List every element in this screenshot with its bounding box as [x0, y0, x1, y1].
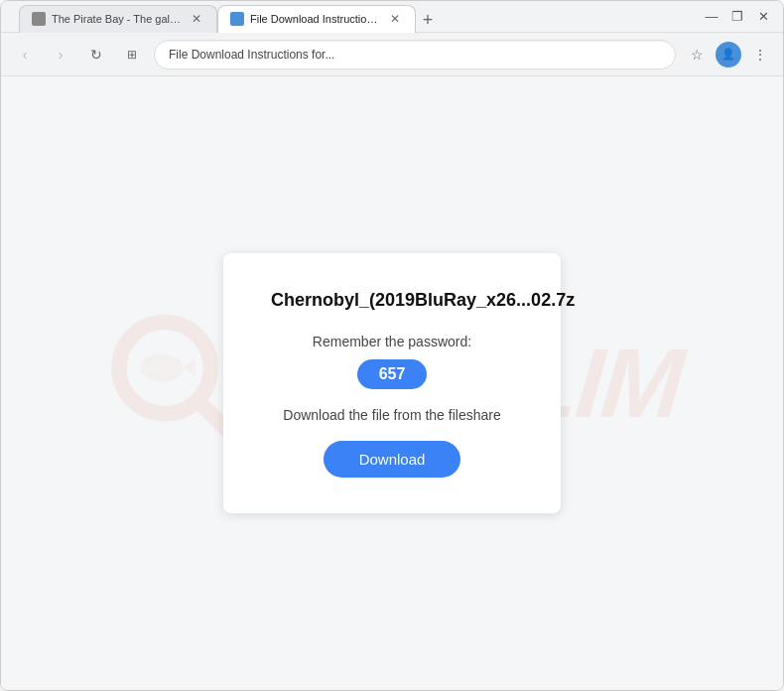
profile-icon[interactable]: 👤 — [716, 42, 741, 68]
menu-icon[interactable]: ⋮ — [747, 42, 773, 68]
tab-piratebay[interactable]: The Pirate Bay - The galaxy's m... ✕ — [19, 5, 217, 33]
bookmark-icon[interactable]: ☆ — [684, 42, 710, 68]
close-button[interactable]: ✕ — [751, 5, 775, 29]
download-card: Chernobyl_(2019BluRay_x26...02.7z Rememb… — [223, 253, 561, 513]
svg-marker-3 — [183, 358, 195, 376]
back-button[interactable]: ‹ — [11, 41, 39, 69]
browser-frame: The Pirate Bay - The galaxy's m... ✕ Fil… — [0, 0, 784, 691]
tab-favicon-2 — [230, 12, 244, 26]
tab-close-2[interactable]: ✕ — [387, 11, 403, 27]
forward-button[interactable]: › — [47, 41, 74, 69]
address-bar: ‹ › ↻ ⊞ File Download Instructions for..… — [1, 33, 783, 76]
custom-nav-button[interactable]: ⊞ — [118, 41, 146, 69]
password-badge: 657 — [357, 359, 428, 389]
maximize-button[interactable]: ❐ — [725, 5, 749, 29]
title-bar: The Pirate Bay - The galaxy's m... ✕ Fil… — [1, 1, 783, 33]
download-button[interactable]: Download — [324, 441, 461, 478]
url-text: File Download Instructions for... — [169, 48, 661, 62]
url-bar[interactable]: File Download Instructions for... — [154, 40, 676, 69]
new-tab-button[interactable]: + — [416, 9, 440, 33]
password-label: Remember the password: — [271, 334, 513, 349]
tabs-area: The Pirate Bay - The galaxy's m... ✕ Fil… — [19, 1, 694, 33]
title-bar-controls: — ❐ ✕ — [700, 5, 775, 29]
tab-favicon-1 — [32, 12, 46, 26]
instruction-text: Download the file from the fileshare — [271, 407, 513, 423]
tab-filedownload[interactable]: File Download Instructions for... ✕ — [217, 5, 416, 33]
filename-label: Chernobyl_(2019BluRay_x26...02.7z — [271, 289, 513, 312]
svg-point-0 — [118, 322, 209, 413]
tab-title-1: The Pirate Bay - The galaxy's m... — [52, 13, 183, 25]
address-right-icons: ☆ 👤 ⋮ — [684, 42, 773, 68]
svg-point-2 — [140, 354, 183, 382]
refresh-button[interactable]: ↻ — [82, 41, 110, 69]
tab-close-1[interactable]: ✕ — [189, 11, 204, 27]
minimize-button[interactable]: — — [700, 5, 723, 29]
page-content: FISH.LIM Chernobyl_(2019BluRay_x26...02.… — [1, 76, 783, 690]
tab-title-2: File Download Instructions for... — [250, 13, 381, 25]
